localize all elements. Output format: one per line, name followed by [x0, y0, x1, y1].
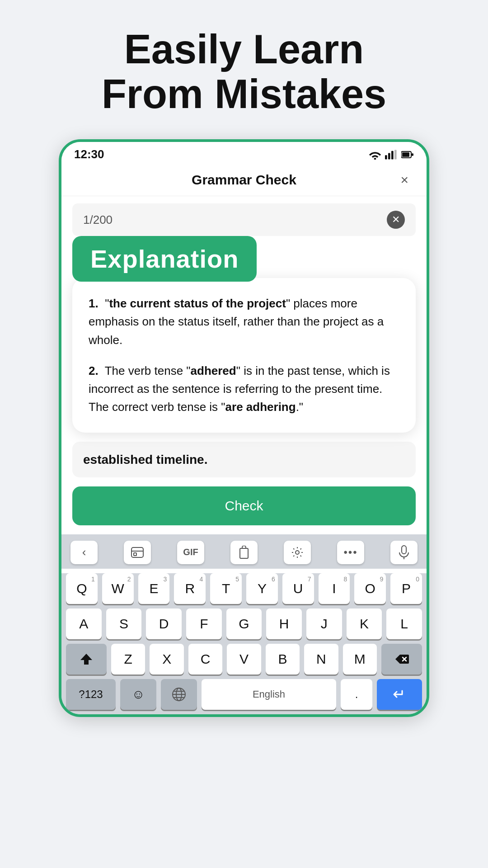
emoji-key[interactable]: ☺	[120, 679, 156, 710]
svg-rect-4	[394, 150, 397, 159]
num-key[interactable]: ?123	[66, 679, 116, 710]
key-h[interactable]: H	[266, 609, 302, 639]
key-l[interactable]: L	[386, 609, 422, 639]
space-key[interactable]: English	[202, 679, 336, 710]
item2-bold1: adhered	[191, 364, 236, 377]
key-e[interactable]: 3E	[138, 573, 170, 604]
kb-more-button[interactable]: •••	[337, 541, 364, 564]
key-k[interactable]: K	[347, 609, 382, 639]
key-c[interactable]: C	[188, 644, 222, 675]
keyboard: 1Q 2W 3E 4R 5T 6Y 7U 8I 9O 0P A S D F G …	[61, 573, 427, 714]
kb-gif-button[interactable]: GIF	[177, 541, 204, 564]
num-key-label: ?123	[79, 688, 103, 701]
svg-point-0	[374, 158, 376, 160]
svg-rect-13	[402, 546, 406, 554]
explanation-popup: Explanation 1. "the current status of th…	[72, 236, 416, 433]
svg-rect-3	[391, 151, 394, 159]
status-bar: 12:30	[61, 142, 427, 164]
clear-button[interactable]: ✕	[387, 211, 405, 229]
key-o[interactable]: 9O	[354, 573, 386, 604]
explanation-item-1: 1. "the current status of the project" p…	[89, 294, 399, 349]
key-p[interactable]: 0P	[390, 573, 422, 604]
key-b[interactable]: B	[266, 644, 300, 675]
keyboard-toolbar: ‹ GIF •••	[61, 534, 427, 569]
key-u[interactable]: 7U	[282, 573, 314, 604]
phone-frame: 12:30 Grammar Check	[59, 139, 429, 717]
explanation-badge: Explanation	[72, 236, 257, 282]
kb-clipboard-button[interactable]	[230, 541, 258, 564]
key-r[interactable]: 4R	[174, 573, 206, 604]
key-f[interactable]: F	[186, 609, 222, 639]
svg-rect-10	[134, 553, 136, 556]
svg-rect-1	[385, 155, 387, 159]
key-i[interactable]: 8I	[319, 573, 350, 604]
kb-back-button[interactable]: ‹	[70, 541, 98, 564]
counter-row: 1/200 ✕	[72, 203, 416, 236]
item1-num: 1.	[89, 297, 99, 310]
kb-settings-button[interactable]	[284, 541, 311, 564]
explanation-card: 1. "the current status of the project" p…	[72, 278, 416, 433]
check-button[interactable]: Check	[72, 486, 416, 525]
dialog-header: Grammar Check ×	[61, 164, 427, 196]
keyboard-row-1: 1Q 2W 3E 4R 5T 6Y 7U 8I 9O 0P	[61, 573, 427, 604]
key-q[interactable]: 1Q	[66, 573, 98, 604]
key-x[interactable]: X	[150, 644, 183, 675]
svg-point-12	[296, 551, 299, 554]
enter-key[interactable]	[377, 679, 422, 710]
status-time: 12:30	[74, 147, 104, 161]
key-n[interactable]: N	[304, 644, 338, 675]
period-label: .	[355, 688, 358, 701]
svg-rect-8	[131, 547, 143, 557]
kb-emoji-button[interactable]	[124, 541, 151, 564]
svg-rect-6	[402, 152, 409, 157]
text-area-section: established timeline.	[72, 442, 416, 477]
key-t[interactable]: 5T	[210, 573, 242, 604]
period-key[interactable]: .	[341, 679, 372, 710]
key-j[interactable]: J	[306, 609, 342, 639]
shift-key[interactable]	[66, 644, 107, 675]
key-a[interactable]: A	[66, 609, 102, 639]
signal-icon	[385, 150, 398, 160]
key-v[interactable]: V	[227, 644, 261, 675]
key-y[interactable]: 6Y	[246, 573, 278, 604]
explanation-item-2: 2. The verb tense "adhered" is in the pa…	[89, 362, 399, 416]
globe-key[interactable]	[161, 679, 197, 710]
backspace-key[interactable]	[381, 644, 422, 675]
wifi-icon	[369, 150, 381, 160]
item1-bold: the current status of the project	[109, 297, 286, 310]
dots-label: •••	[343, 546, 357, 559]
kb-mic-button[interactable]	[390, 541, 418, 564]
counter-text: 1/200	[83, 213, 113, 227]
key-z[interactable]: Z	[111, 644, 145, 675]
explanation-badge-text: Explanation	[90, 245, 239, 273]
gif-label: GIF	[183, 547, 198, 557]
svg-rect-2	[388, 153, 390, 159]
svg-rect-11	[240, 548, 248, 558]
status-icons	[369, 150, 414, 160]
text-area-content: established timeline.	[83, 453, 207, 467]
item2-num: 2.	[89, 364, 99, 377]
keyboard-row-2: A S D F G H J K L	[61, 609, 427, 639]
key-s[interactable]: S	[106, 609, 142, 639]
dialog-title: Grammar Check	[192, 172, 296, 188]
keyboard-bottom-row: ?123 ☺ English .	[61, 679, 427, 710]
key-g[interactable]: G	[226, 609, 262, 639]
check-button-label: Check	[225, 498, 263, 513]
item2-bold2: are adhering	[225, 400, 296, 414]
key-m[interactable]: M	[343, 644, 377, 675]
key-w[interactable]: 2W	[102, 573, 134, 604]
svg-rect-7	[412, 153, 413, 156]
battery-icon	[401, 150, 414, 160]
close-icon[interactable]: ×	[400, 172, 408, 188]
hero-title: Easily Learn From Mistakes	[84, 27, 404, 117]
key-d[interactable]: D	[146, 609, 182, 639]
space-key-label: English	[253, 689, 285, 700]
keyboard-row-3: Z X C V B N M	[61, 644, 427, 675]
